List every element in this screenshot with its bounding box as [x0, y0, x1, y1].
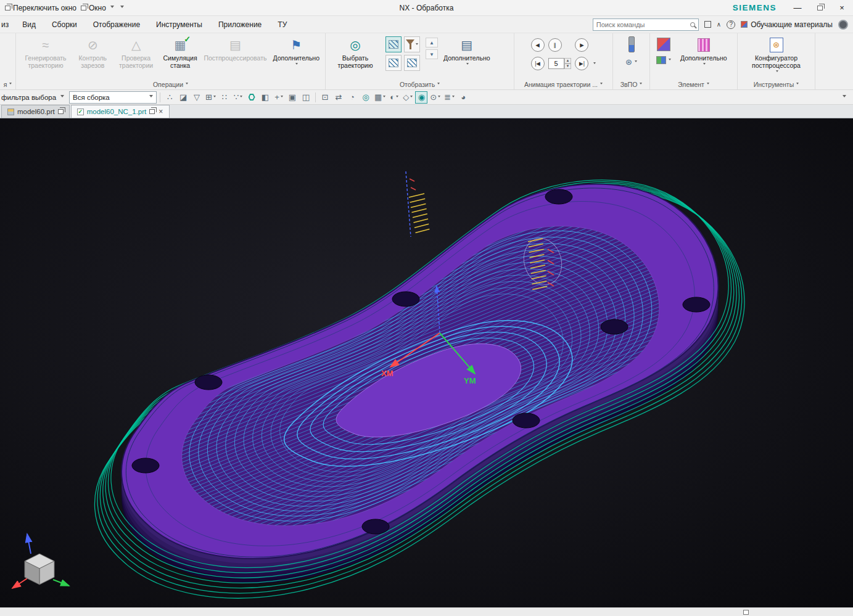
skip-back-button[interactable]: |◀	[531, 57, 545, 70]
pause-button[interactable]: ∥	[548, 38, 562, 52]
doc-tab-model60[interactable]: model60.prt	[1, 105, 70, 118]
layers-icon[interactable]: ≣	[443, 91, 456, 104]
selection-filter-combo[interactable]: фильтра выбора	[0, 91, 68, 104]
postprocess-button[interactable]: ▤ Постпроцессировать	[201, 35, 269, 64]
help-button[interactable]: ?	[727, 20, 735, 29]
skip-forward-button[interactable]: ▶|	[575, 57, 588, 70]
eye-display-icon[interactable]: ⊙	[429, 91, 442, 104]
tab-assemblies[interactable]: Сборки	[44, 16, 85, 33]
group-label-partial[interactable]: я	[0, 79, 15, 89]
show-thickness-toggle[interactable]	[404, 55, 420, 71]
tool-button[interactable]	[627, 35, 637, 54]
group-label-tools[interactable]: Инструменты	[738, 79, 815, 89]
caret-down-icon	[600, 83, 603, 86]
tab-tu[interactable]: ТУ	[270, 16, 295, 33]
verify-toolpath-button[interactable]: △ Проверка траектории	[113, 35, 159, 71]
tab-analysis-partial[interactable]: из	[0, 16, 14, 33]
toolbar-overflow-chevron[interactable]	[837, 91, 849, 104]
element-create-button[interactable]	[655, 36, 672, 52]
command-search-input[interactable]	[596, 21, 690, 28]
component-select-icon[interactable]: ◪	[177, 91, 189, 104]
material-removal-toggle[interactable]	[404, 36, 420, 52]
sphere-display-icon[interactable]: ◎	[360, 91, 372, 104]
hexagon-select-icon[interactable]	[245, 91, 258, 104]
display-more-button[interactable]: ▤ Дополнительно	[441, 35, 493, 68]
icon-glyph: ◫	[302, 92, 310, 102]
machine-simulation-button[interactable]: ▦ ✓ Симуляция станка	[160, 35, 200, 71]
window-edit-icon[interactable]: ⊡	[319, 91, 331, 104]
training-materials-label: Обучающие материалы	[751, 20, 833, 29]
group-label-element[interactable]: Элемент	[650, 79, 737, 89]
region-select-icon[interactable]: ◫	[300, 91, 312, 104]
group-label-zvpo[interactable]: ЗвПО	[613, 79, 649, 89]
history-icon[interactable]: ◔	[346, 91, 358, 104]
switch-window-button[interactable]: Переключить окно	[5, 4, 76, 12]
spin-up-icon[interactable]: ▲	[564, 58, 572, 64]
selection-scope-combo[interactable]: Вся сборка	[69, 91, 157, 104]
shaded-display-icon[interactable]: ◐	[388, 91, 400, 104]
command-search-box[interactable]	[593, 18, 699, 31]
status-bar	[0, 607, 853, 616]
caret-down-icon	[149, 95, 153, 99]
viewport-canvas[interactable]: XM YM	[0, 118, 853, 607]
generate-toolpath-button[interactable]: ≈ Генерировать траекторию	[19, 35, 72, 71]
element-edit-button[interactable]	[654, 55, 673, 65]
tab-tools[interactable]: Инструменты	[148, 16, 210, 33]
tab-application[interactable]: Приложение	[210, 16, 270, 33]
minimize-button[interactable]: —	[786, 0, 809, 15]
show-2d-removal-toggle[interactable]	[385, 55, 402, 71]
tab-view[interactable]: Вид	[14, 16, 44, 33]
customize-quick-access-button[interactable]	[118, 6, 124, 10]
caret-down-icon[interactable]	[593, 62, 596, 65]
add-selection-icon[interactable]: +	[273, 91, 285, 104]
move-down-button[interactable]: ▼	[426, 49, 438, 59]
siemens-logo: SIEMENS	[733, 3, 777, 12]
partial-ribbon-item[interactable]: ▥ тва	[0, 35, 12, 64]
window-title: NX - Обработка	[0, 4, 853, 12]
restore-button[interactable]	[809, 0, 831, 15]
gouge-check-button[interactable]: ⊘ Контроль зарезов	[73, 35, 112, 71]
close-tab-icon[interactable]: ×	[158, 107, 163, 116]
training-materials-button[interactable]: Обучающие материалы	[741, 20, 833, 29]
close-button[interactable]: ×	[831, 0, 853, 15]
graphics-viewport[interactable]: XM YM	[0, 118, 853, 607]
view-cube-icon[interactable]: ◇	[402, 91, 414, 104]
spin-down-icon[interactable]: ▼	[564, 64, 572, 69]
operations-more-button[interactable]: ⚑ Дополнительно	[270, 35, 322, 68]
ribbon-group-operations: ≈ Генерировать траекторию ⊘ Контроль зар…	[16, 33, 326, 89]
show-toolpath-toggle[interactable]	[385, 36, 402, 52]
training-materials-icon	[741, 21, 748, 28]
render-style-icon[interactable]: ◕	[457, 91, 469, 104]
group-label-animation[interactable]: Анимация траектории ...	[514, 79, 612, 89]
wrench-button[interactable]: ⊛	[624, 56, 639, 68]
minimize-ribbon-button[interactable]: ∧	[717, 21, 721, 28]
element-more-button[interactable]: Дополнительно	[678, 35, 730, 68]
group-label-display[interactable]: Отобразить	[326, 79, 514, 89]
snap-dots-icon[interactable]: ∷	[218, 91, 231, 104]
selection-filter-icon[interactable]: ▽	[191, 91, 203, 104]
filter-window-icon[interactable]: ⊞	[204, 91, 217, 104]
status-window-icon[interactable]	[743, 610, 749, 615]
swap-view-icon[interactable]: ⇄	[332, 91, 345, 104]
snap-point-icon[interactable]: ∴	[163, 91, 176, 104]
icon-glyph: ◧	[262, 92, 269, 102]
icon-glyph: ⊞	[205, 92, 212, 102]
tab-display[interactable]: Отображение	[85, 16, 148, 33]
rewind-button[interactable]: ◀	[531, 38, 545, 52]
fullscreen-button[interactable]	[704, 21, 711, 28]
group-label-operations[interactable]: Операции	[16, 79, 325, 89]
doc-tab-model60-nc[interactable]: ✓ model60_NC_1.prt ×	[71, 105, 170, 118]
face-select-icon[interactable]: ◧	[259, 91, 271, 104]
move-up-button[interactable]: ▲	[426, 38, 438, 47]
grid-display-icon[interactable]: ▦	[373, 91, 387, 104]
select-toolpath-button[interactable]: ◎ Выбрать траекторию	[329, 35, 382, 71]
snap-options-icon[interactable]: ∵	[232, 91, 244, 104]
body-select-icon[interactable]: ▣	[286, 91, 299, 104]
play-button[interactable]: ▶	[575, 38, 588, 52]
user-avatar[interactable]	[838, 20, 848, 30]
icon-glyph: ◐	[390, 92, 395, 102]
window-menu-button[interactable]: Окно	[81, 4, 114, 12]
animation-speed-spinner[interactable]: 5 ▲▼	[548, 58, 572, 69]
mcs-display-icon[interactable]: ◉	[415, 91, 427, 104]
postprocessor-configurator-button[interactable]: ⊛ Конфигуратор постпроцессора	[741, 35, 812, 75]
